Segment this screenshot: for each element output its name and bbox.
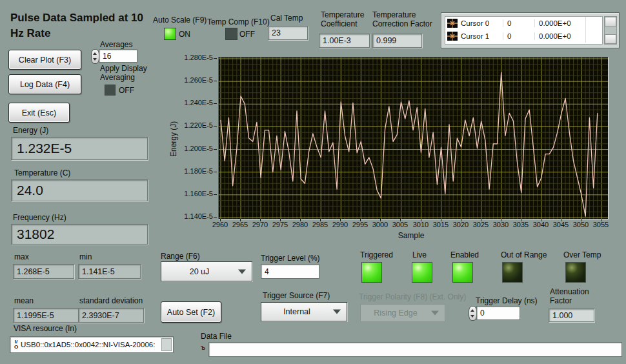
cursor-legend: Cursor 0 0 0.000E+0 Cursor 1 0 0.000E+0 — [441, 12, 620, 48]
apply-display-averaging-toggle[interactable] — [105, 85, 116, 96]
trigger-level-input[interactable]: 4 — [261, 264, 319, 279]
trigger-delay-input[interactable]: 0 — [476, 306, 520, 320]
front-panel: { "header": { "title": "Pulse Data Sampl… — [0, 0, 626, 364]
standard-deviation-value: 2.3930E-7 — [78, 308, 144, 323]
trigger-level-label: Trigger Level (%) — [261, 254, 320, 263]
cal-temp-label: Cal Temp — [270, 14, 303, 23]
temperature-correction-factor-label: Temperature Correction Factor — [372, 10, 443, 29]
trigger-source-label: Trigger Source (F7) — [263, 291, 330, 300]
chevron-down-icon[interactable] — [333, 310, 341, 314]
chevron-down-icon — [431, 311, 439, 316]
visa-resource-label: VISA resource (In) — [14, 324, 77, 333]
enabled-led-label: Enabled — [450, 250, 479, 259]
exit-button[interactable]: Exit (Esc) — [8, 103, 70, 123]
visa-io-icon: I/O — [12, 339, 21, 350]
decrement-icon[interactable] — [93, 58, 97, 61]
attenuation-factor-value: 1.000 — [549, 308, 594, 322]
y-axis-title: Energy (J) — [169, 121, 178, 157]
y-tick-mark — [214, 103, 217, 104]
data-file-input[interactable] — [208, 342, 622, 357]
visa-resource-value: USB0::0x1AD5::0x0042::NI-VISA-20006: — [21, 341, 155, 349]
range-value: 20 uJ — [190, 267, 210, 276]
auto-scale-state: ON — [179, 30, 190, 39]
clear-plot-button[interactable]: Clear Plot (F3) — [8, 50, 81, 70]
temperature-label: Temperature (C) — [14, 168, 70, 177]
cursor-row[interactable]: Cursor 0 0 0.000E+0 — [445, 17, 602, 30]
trigger-polarity-label: Trigger Polarity (F8) (Ext. Only) — [359, 292, 466, 301]
trigger-source-value: Internal — [283, 307, 310, 316]
log-data-button[interactable]: Log Data (F4) — [8, 74, 81, 94]
increment-icon[interactable] — [470, 309, 474, 312]
live-led — [412, 262, 432, 283]
y-tick-label: 1.160E-5 — [178, 190, 213, 197]
triggered-led-label: Triggered — [360, 250, 393, 259]
y-tick-mark — [214, 126, 217, 126]
y-tick-label: 1.180E-5 — [178, 167, 213, 175]
frequency-label: Frequency (Hz) — [13, 213, 66, 222]
y-tick-label: 1.260E-5 — [178, 76, 213, 84]
y-tick-mark — [214, 217, 217, 217]
cal-temp-input[interactable]: 23 — [268, 26, 308, 40]
visa-resource-input[interactable]: I/O USB0::0x1AD5::0x0042::NI-VISA-20006: — [10, 336, 174, 353]
y-tick-label: 1.240E-5 — [178, 99, 213, 106]
chevron-down-icon[interactable] — [238, 269, 246, 274]
auto-scale-toggle[interactable] — [164, 28, 176, 40]
cursor-marker-icon — [447, 32, 458, 41]
cursor-list: Cursor 0 0 0.000E+0 Cursor 1 0 0.000E+0 — [445, 16, 603, 45]
temperature-value: 24.0 — [11, 179, 148, 201]
x-tick-label: 3055 — [588, 221, 614, 228]
y-tick-label: 1.220E-5 — [178, 121, 213, 129]
cursor-name: Cursor 0 — [461, 19, 489, 27]
energy-label: Energy (J) — [13, 126, 48, 135]
decrement-icon[interactable] — [470, 315, 474, 318]
over-temp-led — [565, 262, 586, 283]
y-tick-label: 1.200E-5 — [178, 145, 213, 152]
mean-value: 1.1995E-5 — [13, 308, 79, 323]
mean-label: mean — [14, 296, 34, 305]
page-title: Pulse Data Sampled at 10 Hz Rate — [10, 10, 149, 41]
range-label: Range (F6) — [161, 252, 200, 261]
cursor-legend-scrollbar[interactable] — [604, 16, 617, 45]
apply-display-averaging-state: OFF — [119, 86, 134, 95]
scroll-up-button[interactable] — [605, 17, 616, 26]
energy-value: 1.232E-5 — [11, 137, 148, 160]
increment-icon[interactable] — [93, 52, 97, 55]
averages-input[interactable]: 16 — [99, 49, 137, 63]
range-dropdown[interactable]: 20 uJ — [161, 261, 252, 281]
min-label: min — [79, 252, 92, 261]
trigger-delay-label: Trigger Delay (ns) — [476, 296, 538, 305]
trigger-source-dropdown[interactable]: Internal — [261, 302, 347, 321]
enabled-led — [452, 262, 473, 283]
data-file-label: Data File — [201, 332, 232, 341]
visa-scroll-cap[interactable] — [161, 338, 172, 351]
cursor-x-value: 0 — [503, 19, 534, 27]
path-icon: ъ — [201, 344, 205, 351]
min-value: 1.141E-5 — [78, 264, 141, 279]
live-led-label: Live — [412, 250, 427, 259]
temp-comp-toggle[interactable] — [225, 28, 237, 40]
cursor-marker-icon — [447, 19, 458, 28]
cursor-y-value: 0.000E+0 — [534, 19, 585, 27]
y-tick-mark — [214, 81, 217, 81]
cursor-row[interactable]: Cursor 1 0 0.000E+0 — [445, 30, 602, 43]
y-tick-mark — [214, 58, 217, 59]
y-tick-label: 1.280E-5 — [178, 54, 213, 61]
over-temp-led-label: Over Temp — [563, 250, 601, 259]
temperature-correction-factor-value: 0.999 — [372, 34, 422, 48]
auto-set-button[interactable]: Auto Set (F2) — [161, 301, 221, 323]
y-tick-mark — [214, 149, 217, 150]
out-of-range-led — [502, 262, 523, 283]
frequency-value: 31802 — [11, 224, 148, 245]
temp-comp-label: Temp Comp (F10) — [207, 17, 270, 26]
attenuation-factor-label: Attenuation Factor — [550, 287, 603, 306]
scroll-down-button[interactable] — [605, 34, 616, 44]
max-label: max — [14, 252, 29, 261]
temperature-coefficient-input[interactable]: 1.00E-3 — [319, 34, 370, 48]
chart-plot-svg[interactable] — [219, 57, 608, 219]
trigger-polarity-value: Rising Edge — [374, 308, 417, 318]
cursor-y-value: 0.000E+0 — [534, 32, 585, 40]
x-axis-title: Sample — [385, 231, 437, 240]
cursor-x-value: 0 — [503, 32, 534, 40]
y-tick-mark — [214, 172, 217, 172]
waveform-chart[interactable] — [218, 57, 609, 219]
